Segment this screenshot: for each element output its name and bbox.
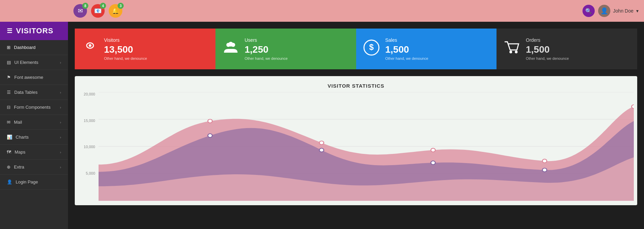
svg-point-17 (542, 159, 547, 163)
main-content: Visitors 13,500 Other hand, we denounce … (68, 22, 644, 229)
sidebar: ☰ VISITORS ⊞ Dashboard ▤ UI Elements › ⚑… (0, 22, 68, 229)
sidebar-item-charts[interactable]: 📊 Charts › (0, 130, 68, 145)
messages-button[interactable]: ✉ 8 (73, 4, 87, 18)
email-button[interactable]: 📧 4 (91, 4, 105, 18)
sidebar-item-data-tables[interactable]: ☰ Data Tables › (0, 85, 68, 100)
sidebar-brand: ☰ VISITORS (0, 22, 68, 40)
sidebar-item-mail[interactable]: ✉ Mail › (0, 115, 68, 130)
sales-info: Sales 1,500 Other hand, we denounce (385, 37, 429, 60)
users-icon (222, 41, 239, 57)
svg-point-19 (208, 134, 212, 138)
stat-card-sales: $ Sales 1,500 Other hand, we denounce (356, 29, 497, 69)
user-profile[interactable]: 👤 John Doe ▾ (598, 5, 639, 17)
charts-icon: 📊 (7, 135, 12, 140)
maps-icon: 🗺 (7, 149, 11, 155)
bell-button[interactable]: 🔔 3 (109, 4, 122, 18)
email-icon: 📧 (94, 7, 102, 15)
chart-area: 20,000 15,000 10,000 5,000 (78, 92, 634, 201)
chevron-right-icon: › (60, 60, 61, 65)
sidebar-item-login-page[interactable]: 👤 Login Page (0, 175, 68, 190)
users-value: 1,250 (245, 44, 288, 55)
sidebar-item-ui-elements[interactable]: ▤ UI Elements › (0, 55, 68, 70)
messages-icon: ✉ (78, 7, 83, 15)
orders-icon (503, 39, 520, 59)
header-right: 🔍 👤 John Doe ▾ (582, 5, 639, 17)
svg-point-7 (509, 51, 512, 53)
search-icon: 🔍 (585, 8, 592, 14)
sidebar-item-label: Extra (14, 164, 24, 170)
dashboard-icon: ⊞ (7, 45, 11, 50)
top-header: ✉ 8 📧 4 🔔 3 🔍 👤 John Doe ▾ (0, 0, 644, 22)
orders-value: 1,500 (526, 44, 569, 55)
layout: ☰ VISITORS ⊞ Dashboard ▤ UI Elements › ⚑… (0, 22, 644, 229)
search-button[interactable]: 🔍 (582, 5, 595, 17)
sidebar-item-label: Charts (16, 135, 29, 140)
stat-card-visitors: Visitors 13,500 Other hand, we denounce (75, 29, 215, 69)
orders-sub: Other hand, we denounce (526, 56, 569, 60)
sidebar-item-extra[interactable]: ⊕ Extra › (0, 160, 68, 175)
mail-icon: ✉ (7, 120, 11, 125)
stat-card-users: Users 1,250 Other hand, we denounce (215, 29, 356, 69)
chevron-down-icon: ▾ (636, 8, 639, 14)
visitors-label: Visitors (104, 37, 147, 43)
sidebar-item-form-components[interactable]: ⊟ Form Components › (0, 100, 68, 115)
sidebar-item-label: Login Page (16, 179, 38, 184)
chart-container: VISITOR STATISTICS 20,000 15,000 10,000 … (75, 76, 637, 205)
svg-point-16 (431, 148, 435, 152)
orders-label: Orders (526, 37, 569, 43)
user-name: John Doe (613, 8, 633, 14)
chevron-right-icon: › (60, 150, 61, 154)
header-left: ✉ 8 📧 4 🔔 3 (73, 4, 122, 18)
sidebar-item-font-awesome[interactable]: ⚑ Font awesome (0, 70, 68, 85)
bell-badge: 3 (118, 3, 124, 9)
users-info: Users 1,250 Other hand, we denounce (245, 37, 288, 60)
svg-text:$: $ (369, 42, 374, 52)
svg-point-21 (431, 161, 435, 165)
svg-point-15 (319, 141, 324, 145)
extra-icon: ⊕ (7, 164, 11, 170)
font-awesome-icon: ⚑ (7, 75, 11, 80)
chevron-right-icon: › (60, 135, 61, 139)
svg-point-18 (631, 105, 634, 108)
visitors-sub: Other hand, we denounce (104, 56, 147, 60)
visitors-info: Visitors 13,500 Other hand, we denounce (104, 37, 147, 60)
sidebar-item-label: Mail (14, 120, 22, 125)
brand-title: VISITORS (16, 27, 53, 35)
y-axis: 20,000 15,000 10,000 5,000 (78, 92, 95, 201)
form-components-icon: ⊟ (7, 105, 11, 110)
sales-icon: $ (363, 39, 380, 59)
chart-title: VISITOR STATISTICS (78, 83, 634, 89)
svg-point-20 (319, 148, 324, 152)
sales-sub: Other hand, we denounce (385, 56, 429, 60)
avatar: 👤 (598, 5, 610, 17)
y-label-15000: 15,000 (78, 119, 95, 123)
svg-point-8 (515, 51, 518, 53)
login-icon: 👤 (7, 179, 12, 184)
sidebar-item-dashboard[interactable]: ⊞ Dashboard (0, 40, 68, 55)
sidebar-item-label: Data Tables (14, 90, 37, 95)
sales-label: Sales (385, 37, 429, 43)
bell-icon: 🔔 (112, 7, 119, 15)
sidebar-item-label: Font awesome (14, 75, 43, 80)
chevron-right-icon: › (60, 105, 61, 109)
y-label-10000: 10,000 (78, 145, 95, 149)
stats-row: Visitors 13,500 Other hand, we denounce … (75, 29, 637, 69)
sales-value: 1,500 (385, 44, 429, 55)
sidebar-item-label: Maps (15, 149, 25, 155)
messages-badge: 8 (82, 3, 88, 9)
svg-point-14 (208, 119, 212, 123)
visitors-icon (82, 41, 99, 57)
ui-elements-icon: ▤ (7, 60, 11, 65)
svg-point-4 (228, 42, 233, 47)
sidebar-item-maps[interactable]: 🗺 Maps › (0, 145, 68, 160)
y-label-5000: 5,000 (78, 171, 95, 175)
sidebar-item-label: UI Elements (14, 60, 38, 65)
hamburger-icon[interactable]: ☰ (7, 27, 13, 35)
chevron-right-icon: › (60, 120, 61, 124)
data-tables-icon: ☰ (7, 90, 11, 95)
svg-point-1 (89, 44, 91, 47)
sidebar-item-label: Form Components (14, 105, 51, 110)
users-sub: Other hand, we denounce (245, 56, 288, 60)
y-label-20000: 20,000 (78, 92, 95, 96)
users-label: Users (245, 37, 288, 43)
